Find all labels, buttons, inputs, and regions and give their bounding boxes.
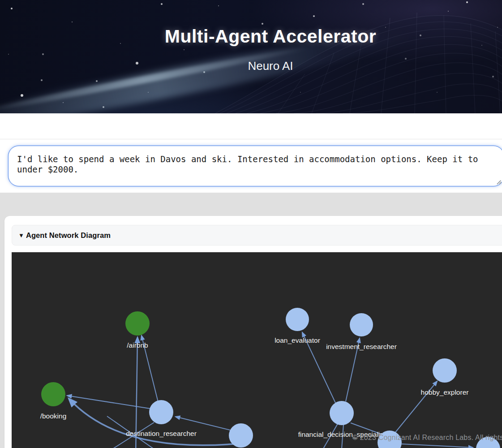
network-diagram-accordion-header[interactable]: ▼ Agent Network Diagram [12, 225, 502, 246]
graph-node-label: /booking [40, 412, 67, 420]
agent-network-canvas[interactable]: /airbnbloan_evaluatorinvestment_research… [12, 252, 502, 448]
graph-node[interactable] [229, 423, 253, 448]
graph-node-label: hobby_explorer [421, 388, 469, 396]
copyright-watermark: © 2023 Cognizant AI Research Labs. All r… [352, 434, 502, 442]
graph-node-label: loan_evaluator [275, 336, 320, 344]
app-subtitle: Neuro AI [0, 47, 502, 73]
graph-node[interactable] [149, 400, 173, 424]
section-divider [0, 139, 502, 139]
graph-node[interactable] [286, 308, 309, 331]
graph-node[interactable] [330, 401, 354, 425]
network-diagram-card: ▼ Agent Network Diagram /airbnbloan_eval… [4, 216, 502, 448]
hero-banner: Multi-Agent Accelerator Neuro AI [0, 0, 502, 113]
graph-node[interactable] [125, 311, 150, 336]
agent-network-graph: /airbnbloan_evaluatorinvestment_research… [12, 252, 502, 448]
content-background: ▼ Agent Network Diagram /airbnbloan_eval… [0, 193, 502, 448]
network-diagram-title: Agent Network Diagram [26, 231, 111, 240]
graph-node-label: destination_researcher [126, 430, 197, 437]
app-title: Multi-Agent Accelerator [0, 0, 502, 47]
prompt-input[interactable]: I'd like to spend a week in Davos and sk… [8, 146, 502, 186]
graph-edge [402, 444, 473, 448]
prompt-section: I'd like to spend a week in Davos and sk… [0, 113, 502, 193]
graph-edge [176, 417, 230, 430]
collapse-caret-icon: ▼ [18, 233, 24, 238]
page: Multi-Agent Accelerator Neuro AI I'd lik… [0, 0, 502, 448]
graph-edge [67, 396, 150, 409]
graph-node-label: investment_researcher [326, 343, 397, 350]
graph-node[interactable] [433, 358, 457, 383]
graph-node[interactable] [350, 313, 373, 336]
graph-node-label: /airbnb [127, 341, 148, 349]
graph-node[interactable] [41, 382, 65, 406]
